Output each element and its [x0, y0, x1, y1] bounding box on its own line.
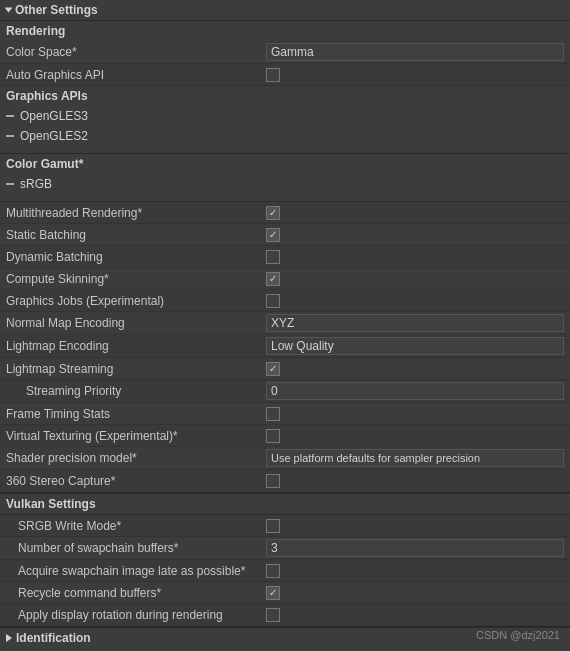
- lightmap-encoding-label: Lightmap Encoding: [6, 339, 266, 353]
- virtual-texturing-row: Virtual Texturing (Experimental)*: [0, 425, 570, 447]
- srgb-label: sRGB: [20, 177, 52, 191]
- dynamic-batching-row: Dynamic Batching: [0, 246, 570, 268]
- acquire-swapchain-label: Acquire swapchain image late as possible…: [6, 564, 266, 578]
- other-settings-header: Other Settings: [0, 0, 570, 21]
- dynamic-batching-value: [266, 250, 564, 264]
- normal-map-label: Normal Map Encoding: [6, 316, 266, 330]
- identification-collapse-icon[interactable]: [6, 634, 12, 642]
- minus-icon-3: [6, 183, 14, 185]
- color-space-dropdown[interactable]: Gamma: [266, 43, 564, 61]
- dynamic-batching-label: Dynamic Batching: [6, 250, 266, 264]
- recycle-command-label: Recycle command buffers*: [6, 586, 266, 600]
- color-space-value: Gamma: [266, 43, 564, 61]
- compute-skinning-row: Compute Skinning*: [0, 268, 570, 290]
- multithreaded-checkbox[interactable]: [266, 206, 280, 220]
- normal-map-value: XYZ: [266, 314, 564, 332]
- normal-map-row: Normal Map Encoding XYZ: [0, 312, 570, 335]
- dynamic-batching-checkbox[interactable]: [266, 250, 280, 264]
- lightmap-streaming-row: Lightmap Streaming: [0, 358, 570, 380]
- opengl-es2-row: OpenGLES2: [0, 126, 570, 146]
- lightmap-streaming-value: [266, 362, 564, 376]
- recycle-command-row: Recycle command buffers*: [0, 582, 570, 604]
- frame-timing-row: Frame Timing Stats: [0, 403, 570, 425]
- rendering-label: Rendering: [0, 21, 570, 41]
- separator-2: [0, 194, 570, 202]
- graphics-jobs-checkbox[interactable]: [266, 294, 280, 308]
- acquire-swapchain-row: Acquire swapchain image late as possible…: [0, 560, 570, 582]
- minus-icon-2: [6, 135, 14, 137]
- virtual-texturing-label: Virtual Texturing (Experimental)*: [6, 429, 266, 443]
- frame-timing-value: [266, 407, 564, 421]
- swapchain-buffers-row: Number of swapchain buffers* 3: [0, 537, 570, 560]
- multithreaded-value: [266, 206, 564, 220]
- lightmap-encoding-value: Low Quality: [266, 337, 564, 355]
- graphics-jobs-row: Graphics Jobs (Experimental): [0, 290, 570, 312]
- lightmap-encoding-dropdown[interactable]: Low Quality: [266, 337, 564, 355]
- lightmap-encoding-row: Lightmap Encoding Low Quality: [0, 335, 570, 358]
- stereo-capture-value: [266, 474, 564, 488]
- graphics-jobs-label: Graphics Jobs (Experimental): [6, 294, 266, 308]
- color-gamut-label: Color Gamut*: [0, 154, 570, 174]
- auto-graphics-label: Auto Graphics API: [6, 68, 266, 82]
- separator-1: [0, 146, 570, 154]
- apply-rotation-label: Apply display rotation during rendering: [6, 608, 266, 622]
- auto-graphics-checkbox[interactable]: [266, 68, 280, 82]
- recycle-command-value: [266, 586, 564, 600]
- normal-map-dropdown[interactable]: XYZ: [266, 314, 564, 332]
- opengl-es3-label: OpenGLES3: [20, 109, 88, 123]
- srgb-write-row: SRGB Write Mode*: [0, 515, 570, 537]
- collapse-icon[interactable]: [5, 8, 13, 13]
- swapchain-buffers-label: Number of swapchain buffers*: [6, 541, 266, 555]
- srgb-write-value: [266, 519, 564, 533]
- identification-label: Identification: [16, 631, 91, 645]
- other-settings-title: Other Settings: [15, 3, 98, 17]
- streaming-priority-row: Streaming Priority 0: [0, 380, 570, 403]
- color-space-label: Color Space*: [6, 45, 266, 59]
- swapchain-buffers-input[interactable]: 3: [266, 539, 564, 557]
- compute-skinning-label: Compute Skinning*: [6, 272, 266, 286]
- other-settings-panel: Other Settings Rendering Color Space* Ga…: [0, 0, 570, 648]
- virtual-texturing-value: [266, 429, 564, 443]
- multithreaded-label: Multithreaded Rendering*: [6, 206, 266, 220]
- srgb-row: sRGB: [0, 174, 570, 194]
- minus-icon-1: [6, 115, 14, 117]
- compute-skinning-value: [266, 272, 564, 286]
- color-space-row: Color Space* Gamma: [0, 41, 570, 64]
- frame-timing-label: Frame Timing Stats: [6, 407, 266, 421]
- streaming-priority-value: 0: [266, 382, 564, 400]
- stereo-capture-row: 360 Stereo Capture*: [0, 470, 570, 492]
- graphics-jobs-value: [266, 294, 564, 308]
- srgb-write-checkbox[interactable]: [266, 519, 280, 533]
- compute-skinning-checkbox[interactable]: [266, 272, 280, 286]
- apply-rotation-row: Apply display rotation during rendering: [0, 604, 570, 626]
- virtual-texturing-checkbox[interactable]: [266, 429, 280, 443]
- graphics-apis-label: Graphics APIs: [0, 86, 570, 106]
- auto-graphics-row: Auto Graphics API: [0, 64, 570, 86]
- shader-precision-dropdown[interactable]: Use platform defaults for sampler precis…: [266, 449, 564, 467]
- watermark: CSDN @dzj2021: [476, 629, 560, 641]
- apply-rotation-value: [266, 608, 564, 622]
- recycle-command-checkbox[interactable]: [266, 586, 280, 600]
- shader-precision-value: Use platform defaults for sampler precis…: [266, 449, 564, 467]
- auto-graphics-value: [266, 68, 564, 82]
- static-batching-label: Static Batching: [6, 228, 266, 242]
- opengl-es2-label: OpenGLES2: [20, 129, 88, 143]
- shader-precision-label: Shader precision model*: [6, 451, 266, 465]
- multithreaded-row: Multithreaded Rendering*: [0, 202, 570, 224]
- opengl-es3-row: OpenGLES3: [0, 106, 570, 126]
- static-batching-value: [266, 228, 564, 242]
- lightmap-streaming-checkbox[interactable]: [266, 362, 280, 376]
- acquire-swapchain-value: [266, 564, 564, 578]
- static-batching-row: Static Batching: [0, 224, 570, 246]
- stereo-capture-checkbox[interactable]: [266, 474, 280, 488]
- apply-rotation-checkbox[interactable]: [266, 608, 280, 622]
- swapchain-buffers-value: 3: [266, 539, 564, 557]
- acquire-swapchain-checkbox[interactable]: [266, 564, 280, 578]
- streaming-priority-input[interactable]: 0: [266, 382, 564, 400]
- static-batching-checkbox[interactable]: [266, 228, 280, 242]
- vulkan-settings-header: Vulkan Settings: [0, 492, 570, 515]
- stereo-capture-label: 360 Stereo Capture*: [6, 474, 266, 488]
- shader-precision-row: Shader precision model* Use platform def…: [0, 447, 570, 470]
- lightmap-streaming-label: Lightmap Streaming: [6, 362, 266, 376]
- frame-timing-checkbox[interactable]: [266, 407, 280, 421]
